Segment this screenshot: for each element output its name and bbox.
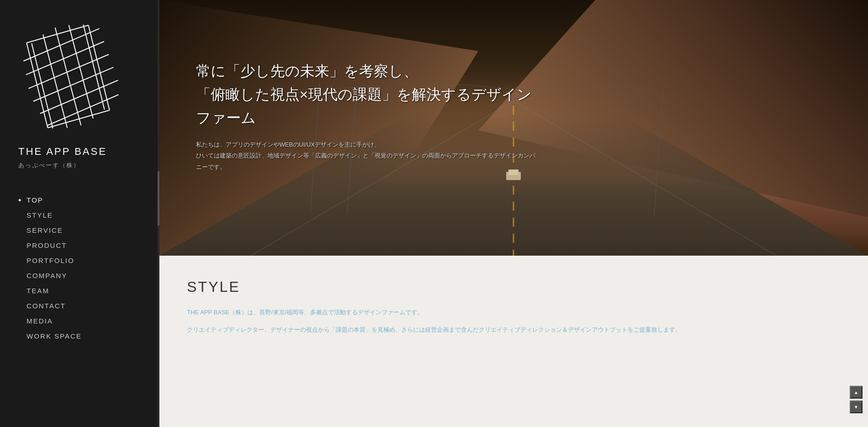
sidebar-item-media[interactable]: MEDIA <box>18 313 159 328</box>
sidebar-item-portfolio[interactable]: PORTFOLIO <box>18 253 159 268</box>
sidebar-item-product[interactable]: PRODUCT <box>18 238 159 253</box>
sidebar-item-company[interactable]: COMPANY <box>18 268 159 283</box>
style-section-title: STYLE <box>187 279 841 296</box>
logo <box>18 18 124 137</box>
hero-subtext: 私たちは、アプリのデザインやWEBのUI/UXデザインを主に手がけ、 ひいては建… <box>196 139 540 173</box>
sidebar-item-workspace[interactable]: WORK SPACE <box>18 328 159 344</box>
scroll-controls: ▲ ▼ <box>850 386 863 413</box>
svg-line-14 <box>48 106 109 132</box>
sidebar-item-top[interactable]: TOP <box>18 192 159 208</box>
style-desc-2: クリエイティブディレクター、デザイナーの視点から「課題の本質」を見極め、さらには… <box>187 324 841 335</box>
svg-line-4 <box>75 25 113 109</box>
company-name-en: THE APP BASE <box>18 146 141 158</box>
sidebar-item-style[interactable]: STYLE <box>18 208 159 223</box>
svg-line-11 <box>27 21 88 47</box>
sidebar-item-team[interactable]: TEAM <box>18 283 159 298</box>
sidebar: THE APP BASE あっぷべーす（株） TOP STYLE SERVICE… <box>0 0 159 427</box>
hero-content: 常に「少し先の未来」を考察し、 「俯瞰した視点×現代の課題」を解決するデザインフ… <box>196 60 540 173</box>
logo-area: THE APP BASE あっぷべーす（株） <box>0 0 159 192</box>
hero-headline: 常に「少し先の未来」を考察し、 「俯瞰した視点×現代の課題」を解決するデザインフ… <box>196 60 540 130</box>
sidebar-item-contact[interactable]: CONTACT <box>18 298 159 313</box>
hero-section: 常に「少し先の未来」を考察し、 「俯瞰した視点×現代の課題」を解決するデザインフ… <box>159 0 868 256</box>
sidebar-item-service[interactable]: SERVICE <box>18 223 159 238</box>
svg-line-5 <box>22 28 101 61</box>
company-name-ja: あっぷべーす（株） <box>18 161 141 170</box>
scroll-up-button[interactable]: ▲ <box>850 386 863 399</box>
svg-line-9 <box>38 80 120 114</box>
svg-line-0 <box>23 44 61 128</box>
sidebar-nav: TOP STYLE SERVICE PRODUCT PORTFOLIO COMP… <box>0 192 159 427</box>
main-content: 常に「少し先の未来」を考察し、 「俯瞰した視点×現代の課題」を解決するデザインフ… <box>159 0 868 427</box>
style-desc-1: THE APP BASE（株）は、長野/東京/福岡等、多拠点で活動するデザインフ… <box>187 307 841 318</box>
style-section: STYLE THE APP BASE（株）は、長野/東京/福岡等、多拠点で活動す… <box>159 256 868 427</box>
scroll-down-button[interactable]: ▼ <box>850 400 863 413</box>
